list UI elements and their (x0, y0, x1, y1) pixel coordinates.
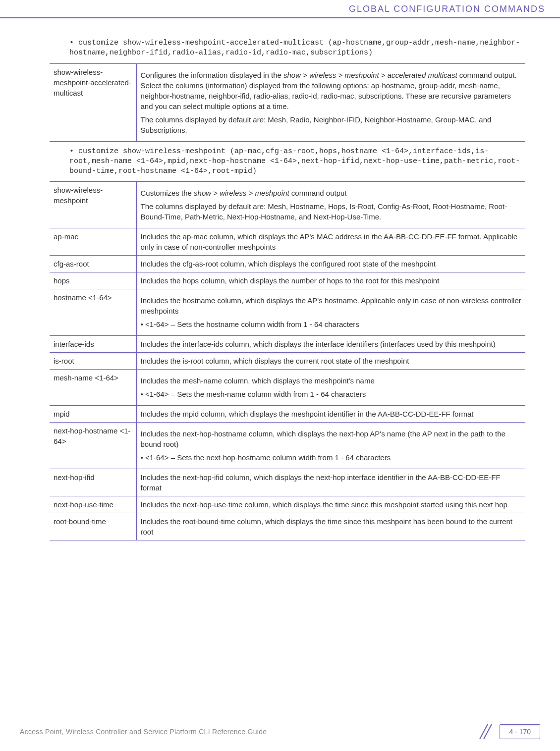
param-name: next-hop-hostname <1-64> (50, 423, 136, 469)
param-name: next-hop-ifid (50, 469, 136, 496)
param-name: ap-mac (50, 228, 136, 256)
param-desc: Includes the root-bound-time column, whi… (136, 513, 525, 540)
param-name: hostname <1-64> (50, 289, 136, 336)
param-desc: Includes the hostname column, which disp… (136, 289, 525, 336)
desc-para: The columns displayed by default are: Me… (141, 201, 522, 222)
desc-bullet: • <1-64> – Sets the next-hop-hostname co… (141, 452, 522, 463)
italic-text: show > wireless > meshpoint (194, 189, 289, 197)
table-row: hostname <1-64> Includes the hostname co… (50, 289, 525, 336)
param-desc: Includes the mesh-name column, which dis… (136, 370, 525, 406)
footer-text: Access Point, Wireless Controller and Se… (20, 728, 267, 736)
table-row: next-hop-hostname <1-64> Includes the ne… (50, 423, 525, 469)
desc-para: Customizes the show > wireless > meshpoi… (141, 188, 522, 198)
desc-para: Includes the mesh-name column, which dis… (141, 376, 522, 386)
code-bullet-2: • customize show-wireless-meshpoint (ap-… (69, 147, 525, 177)
slash-icon (476, 722, 495, 741)
param-desc: Includes the ap-mac column, which displa… (136, 228, 525, 256)
table-row: next-hop-use-time Includes the next-hop-… (50, 496, 525, 513)
table-row: mesh-name <1-64> Includes the mesh-name … (50, 370, 525, 406)
param-desc: Includes the interface-ids column, which… (136, 336, 525, 353)
table-row: mpid Includes the mpid column, which dis… (50, 406, 525, 423)
param-name: interface-ids (50, 336, 136, 353)
table-row: cfg-as-root Includes the cfg-as-root col… (50, 256, 525, 272)
param-desc: Configures the information displayed in … (136, 63, 525, 141)
table-row: interface-ids Includes the interface-ids… (50, 336, 525, 353)
table-2: show-wireless-meshpoint Customizes the s… (50, 181, 525, 540)
page-header: GLOBAL CONFIGURATION COMMANDS (0, 0, 560, 18)
page-number: 4 - 170 (500, 724, 540, 739)
desc-bullet: • <1-64> – Sets the hostname column widt… (141, 319, 522, 329)
param-name: cfg-as-root (50, 256, 136, 272)
table-1: show-wireless-meshpoint-accelerated-mult… (50, 63, 525, 142)
text: Configures the information displayed in … (141, 71, 284, 79)
param-desc: Includes the mpid column, which displays… (136, 406, 525, 423)
table-row: show-wireless-meshpoint-accelerated-mult… (50, 63, 525, 141)
table-row: root-bound-time Includes the root-bound-… (50, 513, 525, 540)
table-row: hops Includes the hops column, which dis… (50, 272, 525, 289)
param-name: is-root (50, 353, 136, 370)
table-row: next-hop-ifid Includes the next-hop-ifid… (50, 469, 525, 496)
param-desc: Includes the next-hop-hostname column, w… (136, 423, 525, 469)
code-bullet-1: • customize show-wireless-meshpoint-acce… (69, 38, 525, 58)
desc-para: The columns displayed by default are: Me… (141, 114, 522, 135)
param-name: root-bound-time (50, 513, 136, 540)
desc-bullet: • <1-64> – Sets the mesh-name column wid… (141, 389, 522, 399)
svg-line-1 (484, 724, 492, 739)
param-name: mesh-name <1-64> (50, 370, 136, 406)
param-name: hops (50, 272, 136, 289)
table-row: is-root Includes the is-root column, whi… (50, 353, 525, 370)
param-name: show-wireless-meshpoint (50, 182, 136, 228)
param-desc: Includes the next-hop-use-time column, w… (136, 496, 525, 513)
desc-para: Configures the information displayed in … (141, 70, 522, 111)
svg-line-0 (480, 724, 488, 739)
param-desc: Customizes the show > wireless > meshpoi… (136, 182, 525, 228)
param-name: show-wireless-meshpoint-accelerated-mult… (50, 63, 136, 141)
footer-right: 4 - 170 (476, 722, 540, 741)
page-content: • customize show-wireless-meshpoint-acce… (0, 18, 560, 558)
param-desc: Includes the hops column, which displays… (136, 272, 525, 289)
param-desc: Includes the next-hop-ifid column, which… (136, 469, 525, 496)
desc-para: Includes the hostname column, which disp… (141, 295, 522, 316)
text: command output (289, 189, 347, 197)
param-desc: Includes the is-root column, which displ… (136, 353, 525, 370)
desc-para: Includes the next-hop-hostname column, w… (141, 429, 522, 449)
param-desc: Includes the cfg-as-root column, which d… (136, 256, 525, 272)
page-footer: Access Point, Wireless Controller and Se… (0, 717, 560, 751)
header-title: GLOBAL CONFIGURATION COMMANDS (349, 4, 545, 14)
italic-text: show > wireless > meshpoint > accelerate… (283, 71, 457, 79)
text: Customizes the (141, 189, 194, 197)
table-row: ap-mac Includes the ap-mac column, which… (50, 228, 525, 256)
table-row: show-wireless-meshpoint Customizes the s… (50, 182, 525, 228)
param-name: next-hop-use-time (50, 496, 136, 513)
page: GLOBAL CONFIGURATION COMMANDS • customiz… (0, 0, 560, 558)
param-name: mpid (50, 406, 136, 423)
